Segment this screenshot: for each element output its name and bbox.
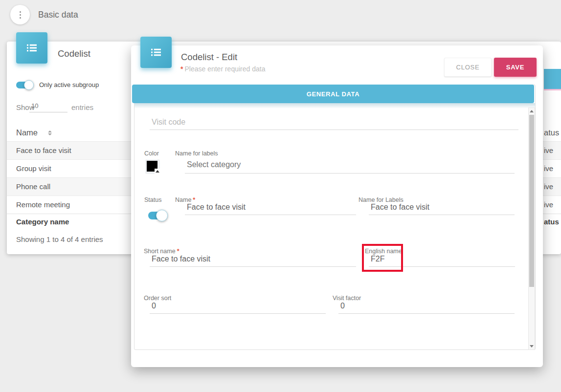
codelist-title: Codelist xyxy=(58,48,90,59)
name-input[interactable] xyxy=(185,203,356,215)
modal-tile xyxy=(140,37,172,68)
only-active-subgroup-label: Only active subgroup xyxy=(39,81,99,88)
status-column-header-clipped: atus xyxy=(544,128,559,137)
list-icon xyxy=(149,45,163,60)
row-status-clipped: ive xyxy=(544,160,553,177)
codelist-edit-modal: Codelist - Edit *Please enter required d… xyxy=(131,45,543,367)
only-active-subgroup-toggle[interactable] xyxy=(16,82,33,88)
row-name: Group visit xyxy=(16,160,51,177)
modal-title: Codelist - Edit xyxy=(181,52,237,63)
background-teal-bar-fragment xyxy=(544,69,561,89)
tab-general-data[interactable]: GENERAL DATA xyxy=(132,85,534,103)
required-note: *Please enter required data xyxy=(180,65,265,73)
status-toggle[interactable] xyxy=(148,212,166,219)
row-name: Face to face visit xyxy=(16,142,71,159)
scroll-down-icon[interactable] xyxy=(529,343,535,349)
triangle-up-icon xyxy=(156,170,159,173)
background-pink-strip xyxy=(544,89,561,90)
order-sort-label: Order sort xyxy=(144,295,171,302)
color-label: Color xyxy=(144,150,159,157)
row-name: Remote meeting xyxy=(16,196,70,214)
row-status-clipped: ive xyxy=(544,178,553,196)
show-entries-input[interactable] xyxy=(29,101,67,112)
scrollbar-thumb[interactable] xyxy=(529,115,534,287)
row-status-clipped: ive xyxy=(544,196,553,214)
scrollbar[interactable] xyxy=(528,108,535,350)
required-star: * xyxy=(180,65,183,73)
english-name-label: English name xyxy=(365,248,402,255)
status-label: Status xyxy=(144,196,161,203)
status-footer-clipped: atus xyxy=(544,214,559,230)
row-status-clipped: ive xyxy=(544,142,553,159)
name-for-labels-input[interactable] xyxy=(369,203,515,215)
name-label: Name* xyxy=(175,196,195,203)
color-picker[interactable] xyxy=(145,159,160,174)
required-star: * xyxy=(193,196,195,203)
entries-label: entries xyxy=(71,103,93,111)
row-name: Phone call xyxy=(16,178,50,196)
page: Basic data Codelist Only active subgroup… xyxy=(0,0,561,392)
name-for-labels-select-label: Name for labels xyxy=(175,150,218,157)
codelist-tile xyxy=(16,32,47,64)
save-button[interactable]: SAVE xyxy=(494,58,537,77)
color-picker-notch xyxy=(155,169,160,174)
menu-button[interactable] xyxy=(10,5,30,24)
scroll-up-icon[interactable] xyxy=(529,108,535,114)
visit-factor-input[interactable] xyxy=(338,302,515,314)
short-name-label: Short name* xyxy=(144,248,180,255)
visit-code-input[interactable] xyxy=(150,118,518,130)
page-title: Basic data xyxy=(38,10,78,20)
short-name-input[interactable] xyxy=(150,255,356,267)
category-name-footer: Category name xyxy=(16,214,69,230)
english-name-input[interactable] xyxy=(369,255,515,267)
name-column-header[interactable]: Name xyxy=(16,128,38,137)
required-star: * xyxy=(177,248,180,255)
name-for-labels-label: Name for Labels xyxy=(359,196,404,203)
category-select[interactable]: Select category xyxy=(185,160,515,174)
order-sort-input[interactable] xyxy=(150,302,326,314)
visit-factor-label: Visit factor xyxy=(333,295,361,302)
tab-shadow xyxy=(135,103,535,109)
entries-summary: Showing 1 to 4 of 4 entries xyxy=(16,235,103,243)
list-icon xyxy=(24,41,39,55)
close-button[interactable]: CLOSE xyxy=(444,58,492,77)
sort-icon[interactable] xyxy=(48,131,52,135)
more-vert-icon xyxy=(20,11,21,19)
